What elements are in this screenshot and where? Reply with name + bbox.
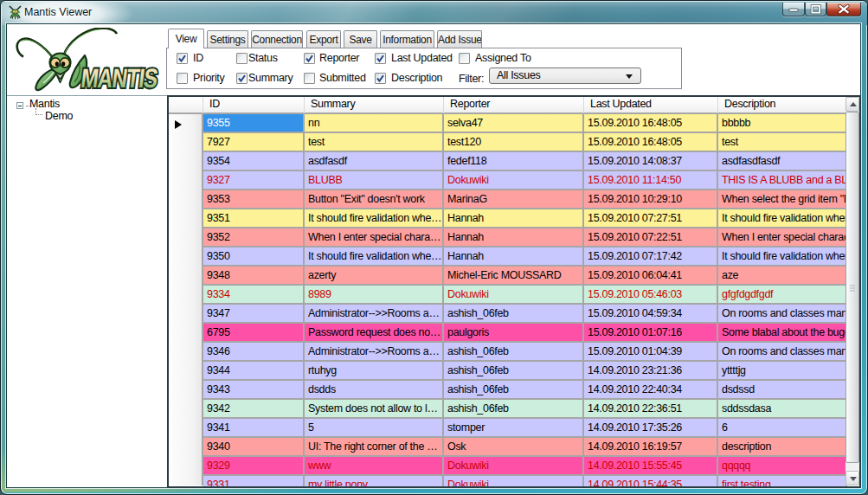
svg-text:MANTIS: MANTIS xyxy=(80,64,159,94)
